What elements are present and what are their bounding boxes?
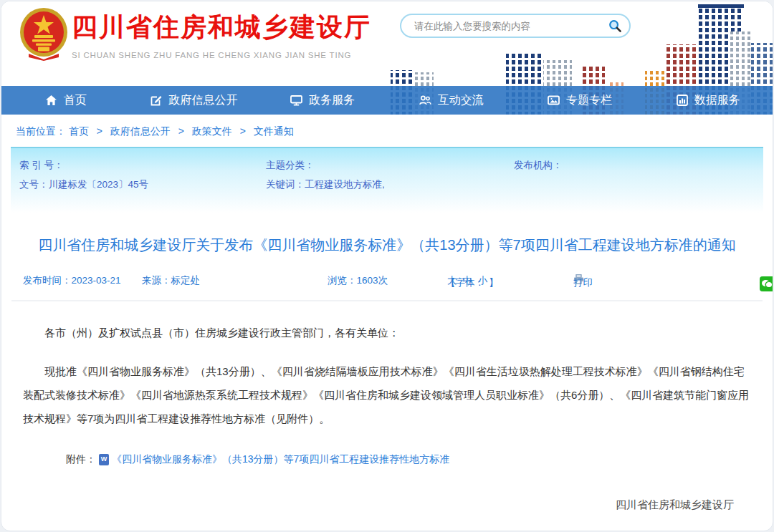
font-bracket-close: 】 <box>489 276 499 289</box>
page-card: 四川省住房和城乡建设厅 SI CHUAN SHENG ZHU FANG HE C… <box>1 1 773 531</box>
search-box <box>400 14 631 38</box>
nav-item-interaction[interactable]: 互动交流 <box>387 86 515 115</box>
meta-divider <box>11 300 763 301</box>
breadcrumb-item-policy-files[interactable]: 政策文件 <box>192 125 232 137</box>
site-subtitle: SI CHUAN SHENG ZHU FANG HE CHENG XIANG J… <box>72 51 371 59</box>
site-title: 四川省住房和城乡建设厅 <box>72 10 371 45</box>
nav-label: 数据服务 <box>694 93 740 108</box>
breadcrumb-separator: > <box>240 125 246 137</box>
compose-icon <box>150 95 162 106</box>
document-info-panel: 索 引 号： 文号：川建标发〔2023〕45号 主题分类： 关键词：工程建设地方… <box>11 147 763 213</box>
attachment-link[interactable]: 《四川省物业服务标准》（共13分册）等7项四川省工程建设推荐性地方标准 <box>112 448 449 471</box>
article-body: 各市（州）及扩权试点县（市）住房城乡建设行政主管部门，各有关单位： 现批准《四川… <box>1 321 773 516</box>
attachment-label: 附件： <box>66 448 96 471</box>
breadcrumb-label: 当前位置： <box>16 125 66 137</box>
search-button[interactable] <box>606 19 629 33</box>
breadcrumb-separator: > <box>97 125 102 137</box>
breadcrumb-item-file-notice[interactable]: 文件通知 <box>254 125 294 137</box>
nav-item-data-services[interactable]: 数据服务 <box>644 86 773 115</box>
publishing-agency-label: 发布机构： <box>514 155 563 175</box>
home-icon <box>45 95 57 106</box>
nav-label: 互动交流 <box>438 93 484 108</box>
nav-item-gov-services[interactable]: 政务服务 <box>259 86 387 115</box>
info-col-topic: 主题分类： 关键词：工程建设地方标准, <box>266 155 385 194</box>
site-header: 四川省住房和城乡建设厅 SI CHUAN SHENG ZHU FANG HE C… <box>1 1 773 86</box>
salutation-paragraph: 各市（州）及扩权试点县（市）住房城乡建设行政主管部门，各有关单位： <box>23 321 751 344</box>
source: 来源：标定处 <box>142 274 200 287</box>
print-label: 打印 <box>573 276 593 289</box>
nav-label: 首页 <box>64 93 87 108</box>
nav-item-home[interactable]: 首页 <box>1 86 130 115</box>
publish-date: 发布时间：2023-03-21 <box>23 274 121 287</box>
breadcrumb-item-home[interactable]: 首页 <box>69 125 89 137</box>
keywords: 关键词：工程建设地方标准, <box>266 175 385 194</box>
wechat-share-icon[interactable] <box>760 276 773 291</box>
issuer-signature: 四川省住房和城乡建设厅 <box>23 493 751 516</box>
main-nav: 首页 政府信息公开 政务服务 互动交流 专题专栏 数据服务 <box>1 86 773 115</box>
index-number-label: 索 引 号： <box>19 155 148 175</box>
nav-item-special-topics[interactable]: 专题专栏 <box>515 86 644 115</box>
article-title: 四川省住房和城乡建设厅关于发布《四川省物业服务标准》（共13分册）等7项四川省工… <box>24 233 750 257</box>
nav-item-gov-info[interactable]: 政府信息公开 <box>130 86 258 115</box>
nav-label: 政府信息公开 <box>168 93 237 108</box>
site-brand: 四川省住房和城乡建设厅 SI CHUAN SHENG ZHU FANG HE C… <box>72 10 371 59</box>
info-col-agency: 发布机构： <box>514 155 563 175</box>
monitor-icon <box>290 95 302 106</box>
people-icon <box>419 95 431 106</box>
nav-label: 政务服务 <box>309 93 355 108</box>
font-size-control: 【字体： 大 中 小 】 <box>446 274 489 287</box>
national-emblem-logo <box>19 6 69 61</box>
main-paragraph: 现批准《四川省物业服务标准》（共13分册）、《四川省烧结隔墙板应用技术标准》《四… <box>23 359 751 430</box>
breadcrumb-item-gov-info[interactable]: 政府信息公开 <box>110 125 171 137</box>
font-bracket-open: 【字体： <box>446 276 484 289</box>
article-meta-bar: 发布时间：2023-03-21 来源：标定处 浏览：1603次 【字体： 大 中… <box>1 272 773 291</box>
print-button[interactable]: 打印 <box>573 274 584 284</box>
picture-icon <box>548 95 560 106</box>
search-input[interactable] <box>413 20 606 32</box>
nav-label: 专题专栏 <box>566 93 612 108</box>
bar-chart-icon <box>677 95 688 106</box>
breadcrumb-separator: > <box>178 125 184 137</box>
info-col-index: 索 引 号： 文号：川建标发〔2023〕45号 <box>19 155 148 194</box>
attachment-row: 附件： 《四川省物业服务标准》（共13分册）等7项四川省工程建设推荐性地方标准 <box>23 448 751 471</box>
breadcrumb: 当前位置： 首页 > 政府信息公开 > 政策文件 > 文件通知 <box>1 115 773 147</box>
topic-category-label: 主题分类： <box>266 155 385 175</box>
search-icon <box>608 19 622 33</box>
word-doc-icon <box>99 454 109 465</box>
doc-number: 文号：川建标发〔2023〕45号 <box>19 175 148 194</box>
view-count: 浏览：1603次 <box>328 274 388 287</box>
